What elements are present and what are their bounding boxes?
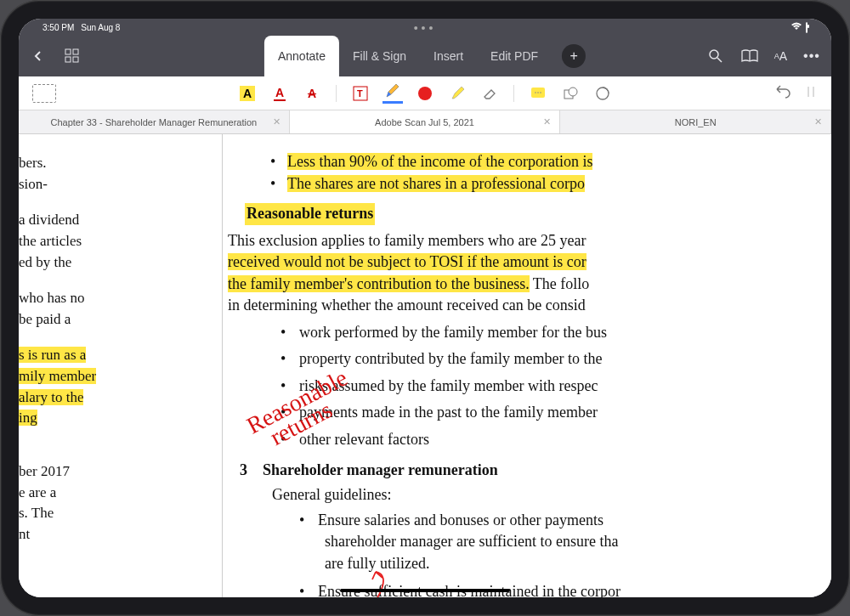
status-date: Sun Aug 8	[81, 23, 120, 32]
doc-tab-1-label: Chapter 33 - Shareholder Manager Remuner…	[50, 117, 257, 127]
text-box-tool[interactable]: T	[350, 83, 371, 104]
svg-point-11	[540, 92, 541, 93]
close-icon[interactable]: ✕	[543, 116, 551, 127]
document-content[interactable]: bers.sion- a dividend the articlesed by …	[19, 134, 831, 597]
tab-annotate[interactable]: Annotate	[264, 36, 339, 76]
grid-view-icon[interactable]	[63, 47, 82, 65]
tab-insert-label: Insert	[434, 49, 463, 63]
doc-tab-1[interactable]: Chapter 33 - Shareholder Manager Remuner…	[19, 110, 290, 133]
text: sion-	[19, 176, 48, 192]
text: work performed by the family member for …	[299, 324, 607, 341]
redo-button[interactable]	[806, 85, 818, 102]
highlighted-text: ing	[19, 410, 37, 426]
tab-fill-sign[interactable]: Fill & Sign	[339, 36, 420, 76]
eraser-tool[interactable]	[479, 83, 500, 104]
text: Ensure salaries and bonuses or other pay…	[318, 511, 604, 528]
highlighter-tool[interactable]	[447, 83, 468, 104]
pen-annotation[interactable]	[333, 568, 418, 597]
highlighted-text: the family member's contribution to the …	[228, 275, 530, 292]
highlighted-text: The shares are not shares in a professio…	[287, 175, 585, 192]
svg-rect-3	[73, 57, 78, 62]
svg-rect-0	[65, 49, 71, 54]
pen-tool[interactable]	[382, 83, 403, 104]
home-indicator[interactable]	[340, 589, 510, 592]
doc-tab-2-label: Adobe Scan Jul 5, 2021	[375, 117, 474, 127]
battery-icon	[806, 23, 808, 32]
text: General guidelines:	[272, 484, 831, 506]
section-title: Shareholder manager remuneration	[263, 460, 498, 482]
text: e are a	[19, 484, 56, 500]
svg-point-4	[710, 50, 718, 59]
highlight-text-tool[interactable]: A	[237, 83, 258, 104]
section-number: 3	[240, 460, 247, 482]
text: s. The	[19, 505, 54, 521]
text: ed by the	[19, 254, 71, 270]
svg-line-5	[717, 58, 722, 62]
strikethrough-tool[interactable]: A	[302, 83, 322, 104]
text: The follo	[530, 275, 590, 292]
status-time: 3:50 PM	[42, 23, 74, 32]
underline-tool[interactable]: A	[269, 83, 290, 104]
wifi-icon	[790, 22, 802, 32]
highlighted-text: mily member	[19, 368, 96, 384]
text: the articles	[19, 233, 82, 249]
text: who has no	[19, 290, 84, 306]
left-page[interactable]: bers.sion- a dividend the articlesed by …	[19, 134, 223, 597]
svg-point-13	[569, 88, 577, 96]
highlighted-text: Less than 90% of the income of the corpo…	[287, 153, 592, 170]
tab-fillsign-label: Fill & Sign	[353, 49, 406, 63]
doc-tab-2[interactable]: Adobe Scan Jul 5, 2021 ✕	[290, 110, 561, 133]
svg-point-9	[535, 92, 536, 93]
sticky-note-tool[interactable]	[528, 83, 548, 104]
shape-tool[interactable]	[560, 83, 581, 104]
text: be paid a	[19, 311, 71, 327]
text: other relevant factors	[299, 431, 429, 448]
search-icon[interactable]	[706, 47, 725, 65]
tab-editpdf-label: Edit PDF	[490, 49, 538, 63]
text: This exclusion applies to family members…	[228, 232, 586, 249]
right-page[interactable]: Less than 90% of the income of the corpo…	[223, 134, 831, 597]
more-icon[interactable]: •••	[802, 47, 821, 65]
add-tab-button[interactable]: +	[562, 44, 586, 68]
doc-tab-3[interactable]: NORI_EN ✕	[560, 110, 831, 133]
doc-tab-3-label: NORI_EN	[675, 117, 717, 127]
highlighted-text: s is run as a	[19, 347, 86, 363]
top-toolbar: Annotate Fill & Sign Insert Edit PDF + A…	[19, 36, 831, 76]
back-button[interactable]	[29, 47, 48, 65]
tab-insert[interactable]: Insert	[420, 36, 477, 76]
document-tabs: Chapter 33 - Shareholder Manager Remuner…	[19, 110, 831, 134]
section-heading: Reasonable returns	[245, 203, 375, 225]
book-icon[interactable]	[740, 47, 759, 65]
stamp-tool[interactable]	[592, 83, 613, 104]
svg-rect-2	[65, 57, 71, 62]
undo-button[interactable]	[774, 85, 792, 102]
multitask-dots[interactable]: •••	[414, 22, 437, 34]
text: shareholder manager are sufficient to en…	[318, 531, 831, 553]
close-icon[interactable]: ✕	[273, 116, 280, 127]
text: in determining whether the amount receiv…	[228, 297, 586, 314]
tab-edit-pdf[interactable]: Edit PDF	[477, 36, 552, 76]
tab-annotate-label: Annotate	[278, 49, 326, 63]
status-bar: 3:50 PM Sun Aug 8 •••	[19, 19, 831, 36]
annotation-toolbar: A A A T	[19, 76, 831, 110]
svg-point-10	[537, 92, 539, 93]
svg-rect-1	[73, 49, 78, 54]
text: nt	[19, 526, 30, 542]
highlighted-text: received would not be subject to TOSI if…	[228, 253, 586, 270]
color-picker[interactable]	[415, 83, 435, 104]
text: bers.	[19, 155, 47, 171]
text: a dividend	[19, 212, 79, 228]
selection-tool-icon[interactable]	[32, 84, 56, 103]
close-icon[interactable]: ✕	[814, 116, 822, 127]
text: ber 2017	[19, 463, 70, 479]
text-size-icon[interactable]: AAAA	[774, 47, 787, 65]
highlighted-text: alary to the	[19, 389, 83, 405]
svg-text:T: T	[357, 88, 363, 99]
